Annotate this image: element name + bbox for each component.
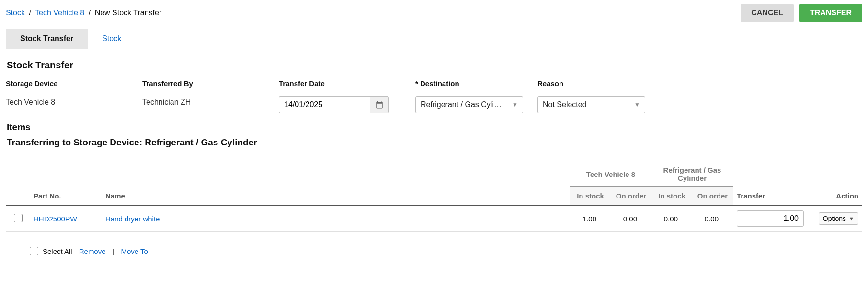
breadcrumb-sep: /: [27, 9, 33, 17]
row-options-label: Options: [823, 215, 846, 222]
col-dest-onorder: On order: [692, 187, 733, 205]
destination-select[interactable]: Refrigerant / Gas Cylind… ▼: [415, 96, 523, 113]
label-destination: * Destination: [415, 79, 523, 88]
tab-stock-transfer[interactable]: Stock Transfer: [6, 29, 88, 49]
transfer-target-heading: Transferring to Storage Device: Refriger…: [7, 137, 862, 148]
chevron-down-icon: ▼: [849, 216, 854, 221]
items-table: Tech Vehicle 8 Refrigerant / Gas Cylinde…: [6, 162, 862, 232]
footer-actions: Select All Remove | Move To: [28, 245, 862, 257]
select-all-label: Select All: [43, 247, 72, 255]
calendar-icon-svg: [375, 100, 384, 109]
breadcrumb-device-link[interactable]: Tech Vehicle 8: [35, 9, 84, 17]
select-all-checkbox[interactable]: [30, 247, 38, 255]
reason-select[interactable]: Not Selected ▼: [537, 96, 645, 113]
value-transferred-by: Technician ZH: [142, 96, 264, 107]
move-to-link[interactable]: Move To: [121, 247, 148, 255]
group-header-dest: Refrigerant / Gas Cylinder: [651, 162, 733, 187]
transfer-qty-input[interactable]: [737, 210, 804, 227]
label-transferred-by: Transferred By: [142, 79, 264, 88]
breadcrumb: Stock / Tech Vehicle 8 / New Stock Trans…: [6, 9, 161, 17]
src-instock-value: 1.00: [570, 205, 611, 232]
label-transfer-date: Transfer Date: [279, 79, 401, 88]
reason-selected: Not Selected: [543, 100, 587, 109]
row-checkbox[interactable]: [14, 214, 23, 222]
calendar-icon[interactable]: [370, 96, 389, 113]
col-src-onorder: On order: [611, 187, 651, 205]
col-name: Name: [102, 187, 570, 205]
table-row: HHD2500RW Hand dryer white 1.00 0.00 0.0…: [6, 205, 862, 232]
col-part-no: Part No.: [30, 187, 102, 205]
group-header-source: Tech Vehicle 8: [570, 162, 651, 187]
breadcrumb-stock-link[interactable]: Stock: [6, 9, 25, 17]
label-storage-device: Storage Device: [6, 79, 128, 88]
label-reason: Reason: [537, 79, 645, 88]
part-no-link[interactable]: HHD2500RW: [34, 215, 77, 223]
item-name-link[interactable]: Hand dryer white: [105, 215, 160, 223]
dest-instock-value: 0.00: [651, 205, 692, 232]
col-action: Action: [814, 187, 862, 205]
col-transfer: Transfer: [733, 187, 814, 205]
col-dest-instock: In stock: [651, 187, 692, 205]
breadcrumb-sep: /: [87, 9, 92, 17]
divider: |: [113, 247, 114, 255]
dest-onorder-value: 0.00: [692, 205, 733, 232]
items-title: Items: [7, 122, 862, 132]
remove-link[interactable]: Remove: [79, 247, 106, 255]
transfer-button[interactable]: TRANSFER: [799, 4, 862, 22]
breadcrumb-current: New Stock Transfer: [95, 9, 162, 17]
tab-stock[interactable]: Stock: [88, 29, 136, 49]
cancel-button[interactable]: CANCEL: [741, 4, 794, 22]
value-storage-device: Tech Vehicle 8: [6, 96, 128, 107]
destination-selected: Refrigerant / Gas Cylind…: [421, 100, 502, 109]
select-all-wrapper[interactable]: Select All: [28, 245, 72, 257]
row-options-button[interactable]: Options ▼: [819, 212, 858, 225]
src-onorder-value: 0.00: [611, 205, 651, 232]
col-src-instock: In stock: [570, 187, 611, 205]
transfer-date-input[interactable]: [279, 96, 370, 113]
chevron-down-icon: ▼: [634, 101, 640, 108]
tabs: Stock Transfer Stock: [6, 29, 862, 49]
chevron-down-icon: ▼: [512, 101, 518, 108]
section-title: Stock Transfer: [7, 60, 862, 71]
